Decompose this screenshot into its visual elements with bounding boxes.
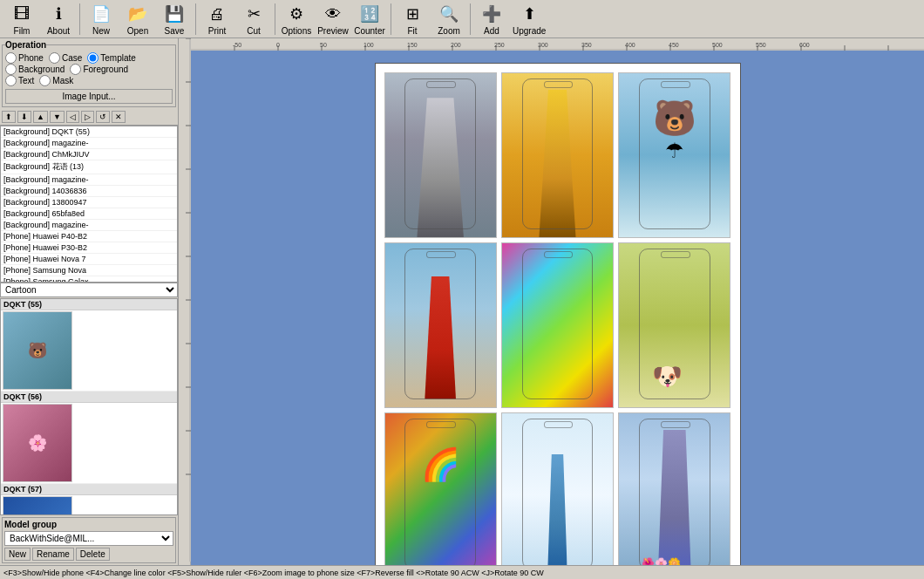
add-icon: ➕ bbox=[479, 2, 504, 26]
phone-card-1[interactable] bbox=[384, 72, 497, 238]
layer-item[interactable]: [Phone] Samsung Galax bbox=[1, 276, 177, 283]
model-group-select[interactable]: BackWithSide@MIL... bbox=[4, 531, 173, 546]
model-group-new-btn[interactable]: New bbox=[4, 548, 31, 561]
card-inner-2 bbox=[502, 73, 613, 237]
main-layout: Operation Phone Case Template Ba bbox=[0, 38, 924, 565]
radio-background-label: Background bbox=[18, 65, 65, 74]
phone-card-8[interactable] bbox=[501, 412, 614, 565]
fit-icon: ⊞ bbox=[400, 2, 425, 26]
options-icon: ⚙ bbox=[284, 2, 309, 26]
radio-mask-input[interactable] bbox=[39, 75, 51, 86]
toolbar-options[interactable]: ⚙ Options bbox=[281, 2, 312, 36]
canvas-area[interactable]: -50 0 50 100 150 200 250 300 350 400 450… bbox=[179, 38, 924, 565]
layer-item[interactable]: [Background] 14036836 bbox=[1, 186, 177, 197]
card-inner-1 bbox=[385, 73, 496, 237]
toolbar-about[interactable]: ℹ About bbox=[43, 2, 74, 36]
phone-card-3[interactable]: 🐻 ☂ bbox=[618, 72, 730, 238]
toolbar-upgrade[interactable]: ⬆ Upgrade bbox=[513, 2, 546, 36]
layer-tool-btn-3[interactable]: ▲ bbox=[33, 111, 48, 123]
toolbar-open[interactable]: 📂 Open bbox=[122, 2, 153, 36]
model-group-delete-btn[interactable]: Delete bbox=[76, 548, 110, 561]
thumbnail-list[interactable]: DQKT (55) 🐻 DQKT (56) 🌸 DQKT (57) bbox=[0, 298, 178, 515]
toolbar-add[interactable]: ➕ Add bbox=[476, 2, 507, 36]
toolbar-sep-4 bbox=[391, 3, 391, 35]
radio-template[interactable]: Template bbox=[87, 52, 136, 64]
radio-case-input[interactable] bbox=[49, 52, 60, 64]
toolbar-counter[interactable]: 🔢 Counter bbox=[354, 2, 385, 36]
toolbar-zoom[interactable]: 🔍 Zoom bbox=[433, 2, 465, 36]
layer-item[interactable]: [Phone] Huawei Nova 7 bbox=[1, 254, 177, 265]
layer-item[interactable]: [Background] 花语 (13) bbox=[1, 160, 177, 174]
layer-toolbar: ⬆ ⬇ ▲ ▼ ◁ ▷ ↺ ✕ bbox=[0, 109, 178, 126]
about-icon: ℹ bbox=[46, 2, 71, 26]
toolbar-cut[interactable]: ✂ Cut bbox=[238, 2, 269, 36]
radio-phone[interactable]: Phone bbox=[5, 52, 44, 64]
layer-tool-btn-4[interactable]: ▼ bbox=[50, 111, 65, 123]
card-inner-7: 🌈 bbox=[385, 413, 496, 565]
toolbar-film[interactable]: 🎞 Film bbox=[6, 2, 37, 36]
layer-item[interactable]: [Background] 65bfa8ed bbox=[1, 208, 177, 220]
canvas-page: 🐻 ☂ bbox=[375, 63, 741, 565]
layer-item[interactable]: [Phone] Huawei P30-B2 bbox=[1, 242, 177, 254]
layer-item[interactable]: [Phone] Huawei P40-B2 bbox=[1, 231, 177, 242]
layer-item[interactable]: [Background] DQKT (55) bbox=[1, 126, 177, 138]
operation-legend: Operation bbox=[5, 40, 46, 50]
layer-item[interactable]: [Background] magazine- bbox=[1, 174, 177, 186]
layer-item[interactable]: [Background] magazine- bbox=[1, 220, 177, 231]
category-dropdown[interactable]: Cartoon Animals Abstract bbox=[0, 283, 178, 297]
phone-card-2[interactable] bbox=[501, 72, 614, 238]
layer-item[interactable]: [Phone] Samsung Nova bbox=[1, 265, 177, 276]
phone-card-5[interactable] bbox=[501, 242, 614, 408]
layer-tool-btn-2[interactable]: ⬇ bbox=[17, 111, 31, 123]
radio-background-input[interactable] bbox=[5, 64, 17, 75]
layer-tool-btn-7[interactable]: ↺ bbox=[96, 111, 110, 123]
ruler-left bbox=[179, 38, 191, 565]
radio-foreground[interactable]: Foreground bbox=[70, 64, 128, 75]
radio-template-input[interactable] bbox=[87, 52, 99, 64]
phone-card-6[interactable]: 🐶 bbox=[618, 242, 730, 408]
svg-text:550: 550 bbox=[756, 42, 766, 48]
radio-background[interactable]: Background bbox=[5, 64, 65, 75]
radio-text[interactable]: Text bbox=[5, 75, 34, 86]
radio-case[interactable]: Case bbox=[49, 52, 82, 64]
phone-card-4[interactable] bbox=[384, 242, 497, 408]
layer-list[interactable]: [Background] DQKT (55) [Background] maga… bbox=[0, 126, 178, 283]
layer-tool-btn-5[interactable]: ◁ bbox=[66, 111, 79, 123]
svg-text:600: 600 bbox=[799, 42, 810, 48]
thumbnail-item-55[interactable]: 🐻 bbox=[1, 310, 177, 392]
layer-item[interactable]: [Background] 13800947 bbox=[1, 197, 177, 208]
layer-tool-btn-1[interactable]: ⬆ bbox=[2, 111, 16, 123]
card-photo-2 bbox=[502, 73, 613, 237]
toolbar-sep-3 bbox=[275, 3, 275, 35]
thumbnail-item-56[interactable]: 🌸 bbox=[1, 403, 177, 484]
toolbar-upgrade-label: Upgrade bbox=[513, 26, 546, 36]
layer-item[interactable]: [Background] magazine- bbox=[1, 138, 177, 149]
radio-foreground-input[interactable] bbox=[70, 64, 81, 75]
preview-icon: 👁 bbox=[321, 2, 345, 26]
radio-text-input[interactable] bbox=[5, 75, 17, 86]
toolbar-save[interactable]: 💾 Save bbox=[159, 2, 190, 36]
card-photo-3: 🐻 ☂ bbox=[619, 73, 730, 237]
toolbar-print-label: Print bbox=[208, 26, 227, 36]
image-input-button[interactable]: Image Input... bbox=[5, 89, 173, 104]
toolbar-fit[interactable]: ⊞ Fit bbox=[397, 2, 428, 36]
svg-text:50: 50 bbox=[320, 42, 327, 48]
card-inner-6: 🐶 bbox=[619, 243, 730, 407]
model-group-rename-btn[interactable]: Rename bbox=[32, 548, 74, 561]
counter-icon: 🔢 bbox=[357, 2, 382, 26]
phone-card-9[interactable]: 🌺🌸🌼 bbox=[618, 412, 730, 565]
card-inner-3: 🐻 ☂ bbox=[619, 73, 730, 237]
svg-text:400: 400 bbox=[625, 42, 635, 48]
toolbar-options-label: Options bbox=[282, 26, 311, 36]
phone-card-7[interactable]: 🌈 bbox=[384, 412, 497, 565]
layer-tool-btn-6[interactable]: ▷ bbox=[81, 111, 94, 123]
radio-phone-input[interactable] bbox=[5, 52, 17, 64]
toolbar-preview[interactable]: 👁 Preview bbox=[317, 2, 349, 36]
layer-tool-btn-8[interactable]: ✕ bbox=[112, 111, 126, 123]
toolbar-new[interactable]: 📄 New bbox=[85, 2, 117, 36]
toolbar-print[interactable]: 🖨 Print bbox=[201, 2, 233, 36]
layer-item[interactable]: [Background] ChMkJIUV bbox=[1, 149, 177, 160]
radio-mask[interactable]: Mask bbox=[39, 75, 73, 86]
thumbnail-item-57[interactable]: 🌊 bbox=[1, 495, 177, 515]
new-icon: 📄 bbox=[89, 2, 113, 26]
